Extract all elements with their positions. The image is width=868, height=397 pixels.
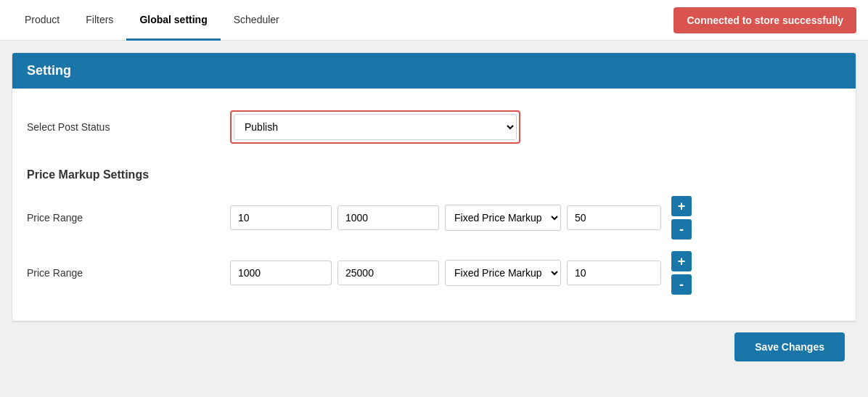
price-range-inputs-2: Fixed Price Markup Percentage Markup + - [230, 251, 841, 295]
save-changes-button[interactable]: Save Changes [734, 332, 845, 361]
tab-global-setting[interactable]: Global setting [126, 1, 220, 41]
tabs: Product Filters Global setting Scheduler [12, 0, 292, 40]
post-status-select-wrapper: Publish Draft Pending [230, 110, 520, 144]
connection-status-button[interactable]: Connected to store successfully [673, 7, 856, 33]
price-range-inputs-1: Fixed Price Markup Percentage Markup + - [230, 196, 841, 240]
main-content: Setting Select Post Status Publish Draft… [0, 41, 868, 397]
post-status-row: Select Post Status Publish Draft Pending [27, 103, 841, 151]
markup-value-input-2[interactable] [567, 261, 661, 285]
footer-bar: Save Changes [12, 322, 856, 372]
price-markup-section: Price Markup Settings Price Range Fixed … [27, 168, 841, 295]
row2-buttons: + - [671, 251, 692, 295]
markup-value-input-1[interactable] [567, 205, 661, 230]
price-to-input-2[interactable] [337, 261, 439, 285]
markup-type-select-1[interactable]: Fixed Price Markup Percentage Markup [445, 205, 561, 231]
markup-type-select-2[interactable]: Fixed Price Markup Percentage Markup [445, 260, 561, 286]
post-status-select[interactable]: Publish Draft Pending [234, 114, 517, 140]
card-header: Setting [12, 53, 856, 89]
tab-filters[interactable]: Filters [73, 1, 126, 41]
add-row-button-2[interactable]: + [671, 251, 692, 271]
remove-row-button-1[interactable]: - [671, 219, 692, 240]
price-range-row-2: Price Range Fixed Price Markup Percentag… [27, 251, 841, 295]
price-range-row-1: Price Range Fixed Price Markup Percentag… [27, 196, 841, 240]
card-body: Select Post Status Publish Draft Pending… [12, 89, 856, 321]
price-to-input-1[interactable] [337, 205, 439, 230]
price-markup-section-title: Price Markup Settings [27, 168, 841, 181]
price-range-label-2: Price Range [27, 267, 230, 279]
add-row-button-1[interactable]: + [671, 196, 692, 216]
remove-row-button-2[interactable]: - [671, 274, 692, 295]
post-status-label: Select Post Status [27, 121, 230, 133]
post-status-control: Publish Draft Pending [230, 110, 841, 144]
tab-bar: Product Filters Global setting Scheduler… [0, 0, 868, 41]
tab-product[interactable]: Product [12, 1, 73, 41]
row1-buttons: + - [671, 196, 692, 240]
tab-scheduler[interactable]: Scheduler [221, 1, 292, 41]
price-from-input-2[interactable] [230, 261, 332, 285]
settings-card: Setting Select Post Status Publish Draft… [12, 52, 856, 322]
price-from-input-1[interactable] [230, 205, 332, 230]
price-range-label-1: Price Range [27, 212, 230, 224]
